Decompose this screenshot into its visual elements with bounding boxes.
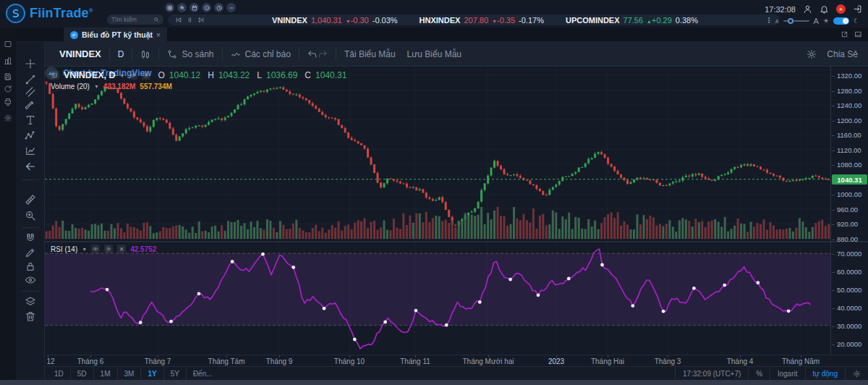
log-scale-button[interactable]: logarit: [770, 367, 804, 380]
vn-flag-icon[interactable]: ★: [836, 4, 846, 14]
tab-close-icon[interactable]: ×: [156, 31, 161, 39]
time-tick-label: Tháng Hai: [591, 358, 624, 365]
chart-timestamp[interactable]: 17:32:09 (UTC+7): [675, 367, 748, 380]
font-size-slider[interactable]: [783, 20, 809, 22]
lock-tool-icon[interactable]: [25, 261, 36, 272]
rsi-settings-icon[interactable]: [104, 245, 113, 253]
search-input[interactable]: Tìm kiếm: [107, 14, 163, 25]
ticker-change: ▼-0.30: [346, 16, 369, 25]
light-mode-icon[interactable]: ☀: [823, 17, 829, 25]
percent-scale-button[interactable]: %: [748, 367, 770, 380]
redo-button[interactable]: [318, 49, 328, 59]
bottom-settings-button[interactable]: [845, 367, 868, 380]
save-icon[interactable]: [4, 72, 12, 81]
back-arrow-icon[interactable]: [25, 161, 36, 172]
workspace-icon[interactable]: [4, 40, 12, 48]
compare-button[interactable]: So sánh: [167, 49, 213, 59]
account-icon[interactable]: [803, 4, 812, 14]
zoom-tool-icon[interactable]: [25, 210, 36, 221]
draw-mode-icon[interactable]: [25, 247, 36, 258]
theme-toggle[interactable]: [833, 17, 849, 25]
zoom-plus-icon[interactable]: [177, 3, 187, 12]
slider-knob[interactable]: [788, 18, 793, 24]
indicators-button[interactable]: Các chỉ báo: [231, 49, 291, 59]
minimize-icon[interactable]: [226, 3, 236, 12]
ticker-hnxindex[interactable]: HNXINDEX 207.80 ▼-0.35 -0.17%: [420, 16, 544, 25]
series-settings-icon[interactable]: [142, 71, 150, 80]
market-icon[interactable]: [4, 56, 12, 65]
print-icon[interactable]: [4, 98, 12, 106]
chart-settings-icon[interactable]: [807, 49, 817, 59]
price-tick-label: 920.00: [837, 220, 858, 228]
undo-button[interactable]: [307, 49, 318, 59]
tab-chart[interactable]: Biểu đồ PT kỹ thuật ×: [64, 28, 167, 42]
chart-style-button[interactable]: [140, 49, 150, 59]
range-3m[interactable]: 3M: [118, 367, 142, 380]
range-1y[interactable]: 1Y: [141, 367, 163, 380]
series-visibility-icon[interactable]: [129, 71, 137, 80]
skip-forward-icon[interactable]: [198, 17, 205, 23]
volume-label[interactable]: Volume (20): [51, 82, 90, 90]
logout-icon[interactable]: [853, 4, 862, 14]
auto-scale-button[interactable]: tự động: [805, 367, 846, 380]
calendar-icon[interactable]: [190, 3, 199, 12]
chevron-down-icon[interactable]: ▼: [120, 73, 125, 78]
open-external-icon[interactable]: [841, 30, 848, 38]
magnet-tool-icon[interactable]: [25, 232, 36, 244]
rsi-pane[interactable]: [45, 242, 830, 355]
settings-icon[interactable]: [4, 114, 12, 122]
load-template-button[interactable]: Tải Biểu Mẫu: [344, 49, 396, 59]
rsi-close-icon[interactable]: ×: [117, 245, 126, 253]
symbol-button[interactable]: VNINDEX: [59, 48, 101, 59]
brush-tool-icon[interactable]: [25, 99, 36, 111]
time-axis[interactable]: 12Tháng 6Tháng 7Tháng TámTháng 9Tháng 10…: [45, 355, 868, 366]
trendline-tool-icon[interactable]: [25, 74, 36, 85]
brand[interactable]: FiinTrade®: [6, 4, 93, 23]
ticker-upcomindex[interactable]: UPCOMINDEX 77.56 ▲+0.29 0.38%: [566, 16, 698, 25]
low-value: 1036.69: [266, 70, 297, 80]
rsi-visibility-icon[interactable]: [91, 245, 100, 253]
more-menu-icon[interactable]: [765, 17, 773, 24]
notification-bell-icon[interactable]: [820, 4, 829, 14]
time-tick-label: Tháng 10: [334, 358, 365, 365]
panel-layout-icon[interactable]: [854, 30, 862, 38]
chevron-down-icon[interactable]: ▼: [94, 84, 99, 89]
remove-drawings-icon[interactable]: [25, 310, 36, 322]
ruler-tool-icon[interactable]: [25, 194, 36, 206]
range-5d[interactable]: 5D: [71, 367, 94, 380]
crosshair-tool-icon[interactable]: [25, 58, 36, 69]
time-tick-label: 2023: [548, 358, 564, 365]
range-1d[interactable]: 1D: [48, 367, 71, 380]
hide-drawings-icon[interactable]: [25, 274, 36, 286]
interval-button[interactable]: D: [118, 49, 124, 59]
collapse-legend-icon[interactable]: [51, 71, 59, 80]
clock-time: 17:32:08: [765, 5, 796, 14]
save-template-button[interactable]: Lưu Biểu Mẫu: [407, 49, 461, 59]
ticker-vnindex[interactable]: VNINDEX 1,040.31 ▼-0.30 -0.03%: [272, 16, 398, 25]
range-1m[interactable]: 1M: [94, 367, 118, 380]
time-tick-label: Tháng 11: [400, 358, 430, 365]
chevron-down-icon[interactable]: ▼: [82, 247, 87, 252]
pattern-tool-icon[interactable]: [25, 130, 36, 142]
tabbar: Biểu đồ PT kỹ thuật ×: [16, 28, 868, 42]
layers-icon[interactable]: [25, 296, 36, 308]
high-label: H: [208, 70, 214, 80]
clock-icon[interactable]: [214, 3, 224, 12]
price-pane[interactable]: [45, 67, 830, 241]
channel-tool-icon[interactable]: [25, 86, 36, 98]
pause-icon[interactable]: [187, 17, 193, 23]
custom-range-button[interactable]: Đến...: [187, 367, 219, 380]
skip-back-icon[interactable]: [175, 17, 182, 23]
dark-mode-icon[interactable]: ☾: [854, 17, 859, 25]
legend-symbol[interactable]: VNINDEX, D: [64, 70, 116, 80]
rsi-tick-label: 30.0000: [837, 322, 861, 330]
info-icon[interactable]: [202, 3, 211, 12]
range-5y[interactable]: 5Y: [164, 367, 187, 380]
price-axis[interactable]: 1320.001280.001240.001200.001160.001120.…: [830, 67, 868, 355]
text-tool-icon[interactable]: [25, 114, 36, 126]
share-button[interactable]: Chia Sẻ: [827, 49, 858, 59]
forecast-tool-icon[interactable]: [25, 145, 36, 156]
refresh-icon[interactable]: [4, 85, 12, 93]
rsi-label[interactable]: RSI (14): [51, 245, 77, 253]
grid-icon[interactable]: [165, 3, 174, 12]
